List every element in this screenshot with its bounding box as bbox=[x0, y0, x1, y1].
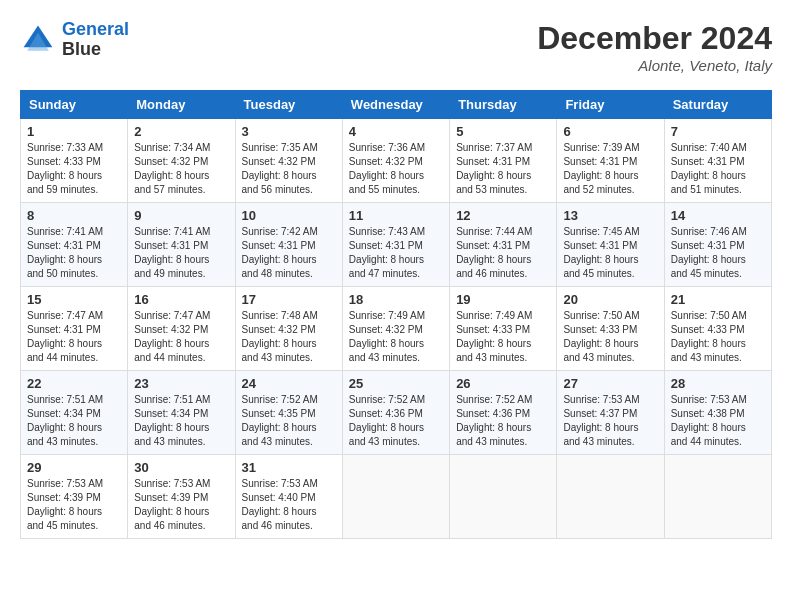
calendar-cell: 1 Sunrise: 7:33 AM Sunset: 4:33 PM Dayli… bbox=[21, 119, 128, 203]
page-header: GeneralBlue December 2024 Alonte, Veneto… bbox=[20, 20, 772, 74]
day-info: Sunrise: 7:52 AM Sunset: 4:36 PM Dayligh… bbox=[456, 393, 550, 449]
weekday-header-tuesday: Tuesday bbox=[235, 91, 342, 119]
calendar-cell: 27 Sunrise: 7:53 AM Sunset: 4:37 PM Dayl… bbox=[557, 371, 664, 455]
day-info: Sunrise: 7:47 AM Sunset: 4:31 PM Dayligh… bbox=[27, 309, 121, 365]
day-info: Sunrise: 7:53 AM Sunset: 4:37 PM Dayligh… bbox=[563, 393, 657, 449]
calendar-week-4: 22 Sunrise: 7:51 AM Sunset: 4:34 PM Dayl… bbox=[21, 371, 772, 455]
day-number: 27 bbox=[563, 376, 657, 391]
calendar-cell: 24 Sunrise: 7:52 AM Sunset: 4:35 PM Dayl… bbox=[235, 371, 342, 455]
day-number: 4 bbox=[349, 124, 443, 139]
day-info: Sunrise: 7:34 AM Sunset: 4:32 PM Dayligh… bbox=[134, 141, 228, 197]
day-info: Sunrise: 7:41 AM Sunset: 4:31 PM Dayligh… bbox=[27, 225, 121, 281]
day-number: 10 bbox=[242, 208, 336, 223]
day-info: Sunrise: 7:53 AM Sunset: 4:38 PM Dayligh… bbox=[671, 393, 765, 449]
day-number: 6 bbox=[563, 124, 657, 139]
calendar-cell: 23 Sunrise: 7:51 AM Sunset: 4:34 PM Dayl… bbox=[128, 371, 235, 455]
day-info: Sunrise: 7:37 AM Sunset: 4:31 PM Dayligh… bbox=[456, 141, 550, 197]
calendar-cell: 8 Sunrise: 7:41 AM Sunset: 4:31 PM Dayli… bbox=[21, 203, 128, 287]
day-info: Sunrise: 7:40 AM Sunset: 4:31 PM Dayligh… bbox=[671, 141, 765, 197]
calendar-cell: 31 Sunrise: 7:53 AM Sunset: 4:40 PM Dayl… bbox=[235, 455, 342, 539]
day-info: Sunrise: 7:51 AM Sunset: 4:34 PM Dayligh… bbox=[27, 393, 121, 449]
day-number: 7 bbox=[671, 124, 765, 139]
weekday-header-sunday: Sunday bbox=[21, 91, 128, 119]
calendar-week-5: 29 Sunrise: 7:53 AM Sunset: 4:39 PM Dayl… bbox=[21, 455, 772, 539]
day-info: Sunrise: 7:50 AM Sunset: 4:33 PM Dayligh… bbox=[563, 309, 657, 365]
weekday-header-saturday: Saturday bbox=[664, 91, 771, 119]
calendar-table: SundayMondayTuesdayWednesdayThursdayFrid… bbox=[20, 90, 772, 539]
calendar-cell: 26 Sunrise: 7:52 AM Sunset: 4:36 PM Dayl… bbox=[450, 371, 557, 455]
calendar-cell: 6 Sunrise: 7:39 AM Sunset: 4:31 PM Dayli… bbox=[557, 119, 664, 203]
day-info: Sunrise: 7:43 AM Sunset: 4:31 PM Dayligh… bbox=[349, 225, 443, 281]
day-number: 26 bbox=[456, 376, 550, 391]
calendar-cell: 30 Sunrise: 7:53 AM Sunset: 4:39 PM Dayl… bbox=[128, 455, 235, 539]
day-info: Sunrise: 7:49 AM Sunset: 4:32 PM Dayligh… bbox=[349, 309, 443, 365]
day-number: 11 bbox=[349, 208, 443, 223]
title-block: December 2024 Alonte, Veneto, Italy bbox=[537, 20, 772, 74]
calendar-cell: 22 Sunrise: 7:51 AM Sunset: 4:34 PM Dayl… bbox=[21, 371, 128, 455]
day-number: 20 bbox=[563, 292, 657, 307]
calendar-week-1: 1 Sunrise: 7:33 AM Sunset: 4:33 PM Dayli… bbox=[21, 119, 772, 203]
calendar-cell: 25 Sunrise: 7:52 AM Sunset: 4:36 PM Dayl… bbox=[342, 371, 449, 455]
calendar-cell: 5 Sunrise: 7:37 AM Sunset: 4:31 PM Dayli… bbox=[450, 119, 557, 203]
day-info: Sunrise: 7:48 AM Sunset: 4:32 PM Dayligh… bbox=[242, 309, 336, 365]
calendar-week-2: 8 Sunrise: 7:41 AM Sunset: 4:31 PM Dayli… bbox=[21, 203, 772, 287]
weekday-header-thursday: Thursday bbox=[450, 91, 557, 119]
weekday-header-monday: Monday bbox=[128, 91, 235, 119]
day-number: 23 bbox=[134, 376, 228, 391]
calendar-cell: 2 Sunrise: 7:34 AM Sunset: 4:32 PM Dayli… bbox=[128, 119, 235, 203]
day-number: 15 bbox=[27, 292, 121, 307]
calendar-cell: 11 Sunrise: 7:43 AM Sunset: 4:31 PM Dayl… bbox=[342, 203, 449, 287]
day-number: 28 bbox=[671, 376, 765, 391]
day-info: Sunrise: 7:39 AM Sunset: 4:31 PM Dayligh… bbox=[563, 141, 657, 197]
day-number: 21 bbox=[671, 292, 765, 307]
calendar-cell: 28 Sunrise: 7:53 AM Sunset: 4:38 PM Dayl… bbox=[664, 371, 771, 455]
calendar-cell bbox=[664, 455, 771, 539]
day-info: Sunrise: 7:53 AM Sunset: 4:39 PM Dayligh… bbox=[134, 477, 228, 533]
calendar-cell bbox=[342, 455, 449, 539]
day-info: Sunrise: 7:53 AM Sunset: 4:39 PM Dayligh… bbox=[27, 477, 121, 533]
calendar-cell: 19 Sunrise: 7:49 AM Sunset: 4:33 PM Dayl… bbox=[450, 287, 557, 371]
day-number: 9 bbox=[134, 208, 228, 223]
calendar-cell: 13 Sunrise: 7:45 AM Sunset: 4:31 PM Dayl… bbox=[557, 203, 664, 287]
day-info: Sunrise: 7:50 AM Sunset: 4:33 PM Dayligh… bbox=[671, 309, 765, 365]
calendar-cell: 15 Sunrise: 7:47 AM Sunset: 4:31 PM Dayl… bbox=[21, 287, 128, 371]
calendar-cell: 14 Sunrise: 7:46 AM Sunset: 4:31 PM Dayl… bbox=[664, 203, 771, 287]
day-number: 12 bbox=[456, 208, 550, 223]
day-number: 19 bbox=[456, 292, 550, 307]
day-number: 18 bbox=[349, 292, 443, 307]
day-info: Sunrise: 7:35 AM Sunset: 4:32 PM Dayligh… bbox=[242, 141, 336, 197]
day-info: Sunrise: 7:52 AM Sunset: 4:36 PM Dayligh… bbox=[349, 393, 443, 449]
day-info: Sunrise: 7:44 AM Sunset: 4:31 PM Dayligh… bbox=[456, 225, 550, 281]
day-info: Sunrise: 7:46 AM Sunset: 4:31 PM Dayligh… bbox=[671, 225, 765, 281]
day-number: 13 bbox=[563, 208, 657, 223]
calendar-cell: 7 Sunrise: 7:40 AM Sunset: 4:31 PM Dayli… bbox=[664, 119, 771, 203]
day-number: 5 bbox=[456, 124, 550, 139]
calendar-cell: 16 Sunrise: 7:47 AM Sunset: 4:32 PM Dayl… bbox=[128, 287, 235, 371]
day-number: 16 bbox=[134, 292, 228, 307]
month-title: December 2024 bbox=[537, 20, 772, 57]
location: Alonte, Veneto, Italy bbox=[537, 57, 772, 74]
day-number: 8 bbox=[27, 208, 121, 223]
logo-icon bbox=[20, 22, 56, 58]
day-info: Sunrise: 7:42 AM Sunset: 4:31 PM Dayligh… bbox=[242, 225, 336, 281]
day-info: Sunrise: 7:49 AM Sunset: 4:33 PM Dayligh… bbox=[456, 309, 550, 365]
day-info: Sunrise: 7:52 AM Sunset: 4:35 PM Dayligh… bbox=[242, 393, 336, 449]
day-info: Sunrise: 7:51 AM Sunset: 4:34 PM Dayligh… bbox=[134, 393, 228, 449]
day-info: Sunrise: 7:47 AM Sunset: 4:32 PM Dayligh… bbox=[134, 309, 228, 365]
calendar-cell: 3 Sunrise: 7:35 AM Sunset: 4:32 PM Dayli… bbox=[235, 119, 342, 203]
day-number: 22 bbox=[27, 376, 121, 391]
day-number: 24 bbox=[242, 376, 336, 391]
calendar-cell: 4 Sunrise: 7:36 AM Sunset: 4:32 PM Dayli… bbox=[342, 119, 449, 203]
calendar-cell bbox=[450, 455, 557, 539]
day-number: 14 bbox=[671, 208, 765, 223]
calendar-cell: 18 Sunrise: 7:49 AM Sunset: 4:32 PM Dayl… bbox=[342, 287, 449, 371]
day-number: 3 bbox=[242, 124, 336, 139]
calendar-cell: 9 Sunrise: 7:41 AM Sunset: 4:31 PM Dayli… bbox=[128, 203, 235, 287]
day-info: Sunrise: 7:41 AM Sunset: 4:31 PM Dayligh… bbox=[134, 225, 228, 281]
calendar-cell bbox=[557, 455, 664, 539]
logo-text: GeneralBlue bbox=[62, 20, 129, 60]
day-number: 2 bbox=[134, 124, 228, 139]
weekday-header-friday: Friday bbox=[557, 91, 664, 119]
day-info: Sunrise: 7:45 AM Sunset: 4:31 PM Dayligh… bbox=[563, 225, 657, 281]
calendar-cell: 12 Sunrise: 7:44 AM Sunset: 4:31 PM Dayl… bbox=[450, 203, 557, 287]
